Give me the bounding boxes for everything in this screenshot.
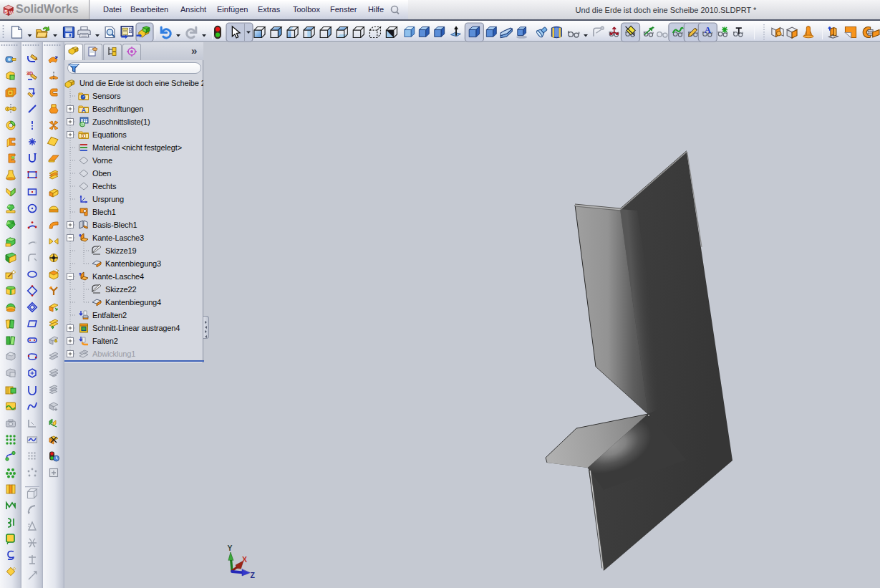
svg-text:A: A	[82, 107, 87, 114]
svg-text:W: W	[9, 10, 14, 16]
svg-text:A: A	[705, 25, 712, 35]
svg-text:S: S	[4, 9, 8, 15]
svg-text:Y: Y	[228, 544, 233, 552]
svg-text:Z: Z	[251, 571, 256, 579]
svg-text:X: X	[242, 555, 247, 564]
